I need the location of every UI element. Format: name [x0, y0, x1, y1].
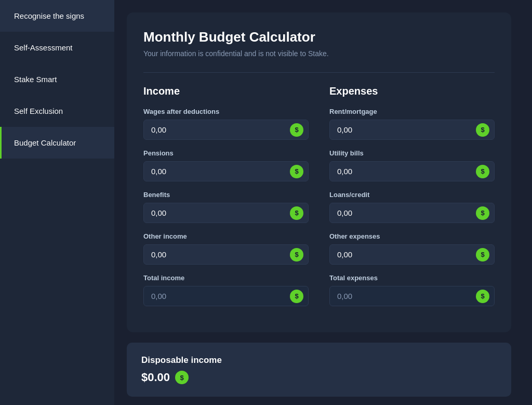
dollar-icon-other-expenses: $ — [476, 248, 489, 262]
dollar-icon-rent: $ — [476, 123, 489, 137]
label-total-expenses: Total expenses — [329, 274, 495, 282]
label-rent: Rent/mortgage — [329, 108, 495, 115]
input-other-income[interactable] — [143, 244, 309, 265]
calculator-card: Monthly Budget Calculator Your informati… — [127, 12, 511, 332]
input-wrapper-other-expenses: $ — [329, 244, 495, 265]
input-wrapper-total-income: $ — [143, 286, 309, 306]
expenses-title: Expenses — [329, 85, 495, 97]
sidebar-item-recognise-signs[interactable]: Recognise the signs — [0, 0, 114, 32]
income-column: Income Wages after deductions$Pensions$B… — [143, 85, 309, 316]
dollar-icon-benefits: $ — [290, 206, 303, 220]
input-other-expenses[interactable] — [329, 244, 495, 265]
input-loans[interactable] — [329, 203, 495, 223]
input-wrapper-rent: $ — [329, 120, 495, 140]
field-group-benefits: Benefits$ — [143, 191, 309, 223]
expenses-column: Expenses Rent/mortgage$Utility bills$Loa… — [329, 85, 495, 316]
sidebar-item-self-exclusion[interactable]: Self Exclusion — [0, 95, 114, 127]
sidebar-item-budget-calculator[interactable]: Budget Calculator — [0, 127, 114, 159]
input-wrapper-benefits: $ — [143, 203, 309, 223]
label-other-income: Other income — [143, 232, 309, 240]
label-loans: Loans/credit — [329, 191, 495, 199]
dollar-icon-total-expenses: $ — [476, 290, 489, 303]
calculator-title: Monthly Budget Calculator — [143, 29, 495, 45]
field-group-loans: Loans/credit$ — [329, 191, 495, 223]
field-group-other-income: Other income$ — [143, 232, 309, 265]
input-wrapper-pensions: $ — [143, 161, 309, 181]
input-wrapper-utility: $ — [329, 161, 495, 181]
sidebar: Recognise the signsSelf-AssessmentStake … — [0, 0, 114, 405]
field-group-wages: Wages after deductions$ — [143, 108, 309, 140]
field-group-other-expenses: Other expenses$ — [329, 232, 495, 265]
main-content: Monthly Budget Calculator Your informati… — [114, 0, 532, 405]
disposable-card: Disposable income $0.00 $ — [127, 343, 511, 397]
divider — [143, 72, 495, 73]
input-wrapper-other-income: $ — [143, 244, 309, 265]
disposable-dollar-icon: $ — [175, 371, 189, 384]
sidebar-item-self-assessment[interactable]: Self-Assessment — [0, 32, 114, 63]
disposable-label: Disposable income — [141, 355, 497, 365]
label-benefits: Benefits — [143, 191, 309, 199]
input-utility[interactable] — [329, 161, 495, 181]
field-group-total-income: Total income$ — [143, 274, 309, 306]
label-pensions: Pensions — [143, 149, 309, 157]
dollar-icon-wages: $ — [290, 123, 303, 137]
columns: Income Wages after deductions$Pensions$B… — [143, 85, 495, 316]
label-wages: Wages after deductions — [143, 108, 309, 115]
dollar-icon-pensions: $ — [290, 165, 303, 178]
calculator-subtitle: Your information is confidential and is … — [143, 49, 495, 58]
input-wrapper-wages: $ — [143, 120, 309, 140]
dollar-icon-other-income: $ — [290, 248, 303, 262]
sidebar-item-stake-smart[interactable]: Stake Smart — [0, 63, 114, 95]
label-utility: Utility bills — [329, 149, 495, 157]
field-group-pensions: Pensions$ — [143, 149, 309, 181]
input-wrapper-loans: $ — [329, 203, 495, 223]
field-group-total-expenses: Total expenses$ — [329, 274, 495, 306]
disposable-value: $0.00 — [141, 371, 170, 384]
income-title: Income — [143, 85, 309, 97]
dollar-icon-loans: $ — [476, 206, 489, 220]
input-total-income — [143, 286, 309, 306]
field-group-rent: Rent/mortgage$ — [329, 108, 495, 140]
input-benefits[interactable] — [143, 203, 309, 223]
input-pensions[interactable] — [143, 161, 309, 181]
input-wrapper-total-expenses: $ — [329, 286, 495, 306]
dollar-icon-total-income: $ — [290, 290, 303, 303]
label-other-expenses: Other expenses — [329, 232, 495, 240]
input-wages[interactable] — [143, 120, 309, 140]
label-total-income: Total income — [143, 274, 309, 282]
input-rent[interactable] — [329, 120, 495, 140]
disposable-value-row: $0.00 $ — [141, 371, 497, 384]
field-group-utility: Utility bills$ — [329, 149, 495, 181]
dollar-icon-utility: $ — [476, 165, 489, 178]
input-total-expenses — [329, 286, 495, 306]
